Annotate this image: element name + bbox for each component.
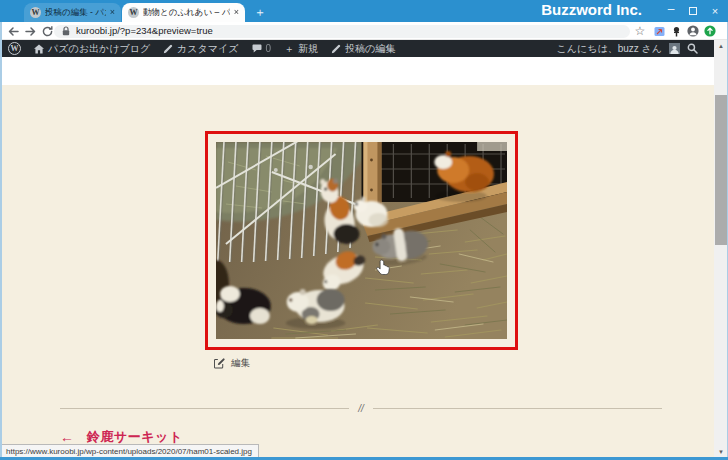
- address-bar[interactable]: kuroobi.jp/?p=234&preview=true: [54, 25, 630, 38]
- left-arrow-icon: ←: [60, 429, 74, 445]
- browser-toolbar: kuroobi.jp/?p=234&preview=true ☆: [0, 22, 728, 40]
- maximize-button[interactable]: [682, 0, 704, 22]
- window-border: [0, 22, 2, 460]
- browser-window: W 投稿の編集 - パズのお出かけブログ – × W 動物とのふれあい – パズ…: [0, 0, 728, 460]
- separator-line: [373, 408, 662, 409]
- selected-image-block[interactable]: [205, 131, 518, 350]
- edit-image-link[interactable]: 編集: [214, 357, 250, 370]
- wp-admin-bar: W パズのお出かけブログ カスタマイズ 0 ＋ 新規 投稿の編集: [0, 40, 714, 57]
- maximize-icon: [689, 7, 697, 15]
- new-tab-button[interactable]: ＋: [252, 4, 268, 20]
- back-icon[interactable]: [7, 25, 20, 38]
- close-tab-icon[interactable]: ×: [110, 8, 115, 17]
- separator-line: [60, 408, 349, 409]
- edit-link-label: 編集: [231, 357, 250, 370]
- window-title: Buzzword Inc.: [541, 1, 642, 18]
- secure-lock-icon: [62, 26, 70, 36]
- browser-tab-preview[interactable]: W 動物とのふれあい – パズのお出かけブ ×: [122, 3, 245, 22]
- url-text: kuroobi.jp/?p=234&preview=true: [76, 26, 213, 36]
- forward-icon[interactable]: [24, 25, 37, 38]
- guinea-pigs-photo[interactable]: [216, 142, 507, 339]
- edit-pencil-icon: [214, 358, 225, 369]
- customize-menu[interactable]: カスタマイズ: [163, 44, 238, 54]
- comment-bubble-icon: [252, 44, 262, 53]
- minimize-button[interactable]: –: [660, 0, 682, 22]
- plus-icon: ＋: [284, 44, 294, 54]
- pencil-icon: [331, 44, 341, 54]
- wordpress-favicon-icon: W: [128, 7, 139, 18]
- separator-glyph: //: [358, 403, 364, 414]
- site-name-menu[interactable]: パズのお出かけブログ: [34, 44, 150, 54]
- user-avatar[interactable]: [669, 43, 680, 54]
- side-panel-icon[interactable]: [652, 24, 666, 38]
- new-content-menu[interactable]: ＋ 新規: [284, 44, 318, 54]
- window-controls: – ×: [660, 0, 726, 22]
- comments-menu[interactable]: 0: [252, 44, 272, 54]
- profile-icon[interactable]: [686, 24, 700, 38]
- browser-update-icon[interactable]: [703, 24, 717, 38]
- browser-titlebar: W 投稿の編集 - パズのお出かけブログ – × W 動物とのふれあい – パズ…: [0, 0, 728, 22]
- scrollbar-thumb[interactable]: [715, 95, 727, 245]
- wordpress-favicon-icon: W: [30, 7, 41, 18]
- site-header-strip: [2, 57, 714, 85]
- tab-title: 投稿の編集 - パズのお出かけブログ –: [45, 8, 106, 17]
- close-window-button[interactable]: ×: [704, 0, 726, 22]
- close-tab-icon[interactable]: ×: [234, 8, 239, 17]
- wordpress-logo-icon: W: [8, 42, 21, 55]
- edit-post-menu[interactable]: 投稿の編集: [331, 44, 395, 54]
- home-icon: [34, 44, 44, 54]
- post-separator: //: [60, 402, 662, 414]
- pencil-icon: [163, 44, 173, 54]
- status-bar-url: https://www.kuroobi.jp/wp-content/upload…: [0, 444, 259, 457]
- extensions-pin-icon[interactable]: [669, 24, 683, 38]
- browser-tab-post-edit[interactable]: W 投稿の編集 - パズのお出かけブログ – ×: [24, 3, 121, 22]
- tab-title: 動物とのふれあい – パズのお出かけブ: [143, 8, 230, 17]
- reload-icon[interactable]: [41, 25, 54, 38]
- howdy-greeting[interactable]: こんにちは、buzz さん: [556, 44, 662, 54]
- search-icon[interactable]: [687, 43, 698, 54]
- wp-logo-menu[interactable]: W: [8, 42, 21, 55]
- scroll-up-icon[interactable]: ▲: [714, 40, 728, 52]
- vertical-scrollbar[interactable]: ▲ ▼: [714, 40, 728, 458]
- bookmark-star-icon[interactable]: ☆: [633, 24, 647, 38]
